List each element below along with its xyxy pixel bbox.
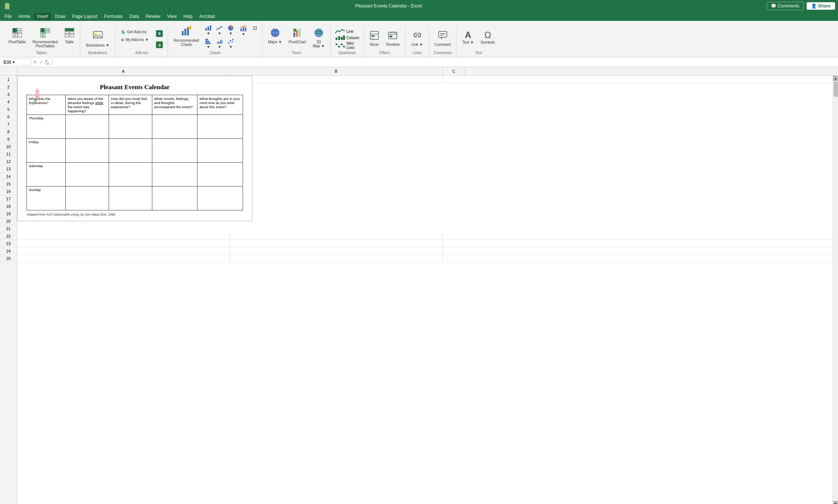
slicer-button[interactable]: ✓ Slicer — [367, 29, 382, 48]
cell-a23[interactable] — [17, 240, 230, 247]
thursday-col4[interactable] — [152, 115, 197, 139]
area-chart-button[interactable]: ▼ — [214, 37, 225, 50]
row-header-11[interactable]: 11 — [0, 150, 17, 158]
timeline-button[interactable]: M T W T F Timeline — [383, 29, 402, 48]
formula-cancel-icon[interactable]: ✕ — [33, 59, 37, 65]
menu-home[interactable]: Home — [15, 13, 33, 20]
menu-insert[interactable]: Insert — [34, 13, 51, 20]
friday-col4[interactable] — [152, 139, 197, 163]
row-header-9[interactable]: 9 — [0, 135, 17, 143]
row-header-25[interactable]: 25 — [0, 255, 17, 262]
row-header-18[interactable]: 18 — [0, 203, 17, 210]
thursday-col5[interactable] — [197, 115, 243, 139]
row-header-7[interactable]: 7 — [0, 120, 17, 128]
sunday-col2[interactable] — [66, 187, 109, 210]
menu-draw[interactable]: Draw — [52, 13, 68, 20]
saturday-col5[interactable] — [197, 163, 243, 187]
combo-chart-button[interactable]: ▼ — [238, 24, 249, 37]
cell-c23[interactable] — [443, 240, 465, 247]
row-header-24[interactable]: 24 — [0, 247, 17, 255]
row-header-19[interactable]: 19 — [0, 210, 17, 217]
formula-input[interactable] — [55, 59, 837, 66]
row-header-5[interactable]: 5 — [0, 106, 17, 113]
main-grid[interactable]: R1 Pleasant Events Calendar What was the… — [17, 76, 833, 504]
row-header-21[interactable]: 21 — [0, 225, 17, 232]
cell-b1[interactable] — [230, 76, 443, 83]
illustrations-button[interactable]: Illustrations ▼ — [83, 29, 112, 49]
line-chart-button[interactable]: ▼ — [214, 24, 225, 37]
menu-data[interactable]: Data — [127, 13, 142, 20]
row-header-4[interactable]: 4 — [0, 98, 17, 106]
recommended-pivottables-button[interactable]: RecommendedPivotTables — [30, 26, 60, 50]
my-addins-button[interactable]: ⊕ My Add-ins ▼ — [118, 36, 151, 43]
winloss-sparkline-button[interactable]: Win/Loss — [334, 41, 360, 50]
column-chart-button[interactable]: ▼ — [203, 24, 214, 37]
cell-a24[interactable] — [17, 247, 230, 254]
col-header-c[interactable]: C — [443, 67, 465, 75]
friday-col5[interactable] — [197, 139, 243, 163]
cell-a22[interactable] — [17, 232, 230, 240]
comment-button[interactable]: Comment — [432, 29, 453, 48]
link-button[interactable]: Link ▼ — [409, 29, 426, 48]
row-header-2[interactable]: 2 — [0, 83, 17, 91]
menu-file[interactable]: File — [1, 13, 15, 20]
sunday-col3[interactable] — [109, 187, 152, 210]
excel-addins-icon2-button[interactable]: 📗 — [154, 40, 165, 50]
cell-ref-dropdown-icon[interactable]: ▼ — [12, 60, 15, 64]
row-header-1[interactable]: 1 — [0, 76, 17, 83]
cell-c1[interactable] — [443, 76, 465, 83]
formula-fx-icon[interactable]: fx — [46, 59, 49, 66]
scatter-chart-button[interactable]: ▼ — [225, 37, 236, 50]
cell-b24[interactable] — [230, 247, 443, 254]
menu-view[interactable]: View — [164, 13, 180, 20]
symbols-button[interactable]: Ω Symbols — [478, 29, 497, 46]
row-header-22[interactable]: 22 — [0, 232, 17, 240]
comments-button[interactable]: 💬 Comments — [767, 2, 804, 10]
col-header-b[interactable]: B — [230, 67, 443, 75]
row-header-8[interactable]: 8 — [0, 128, 17, 135]
bar-chart-button[interactable]: ▼ — [203, 37, 214, 50]
scroll-track[interactable] — [833, 81, 838, 501]
row-header-13[interactable]: 13 — [0, 165, 17, 173]
scroll-thumb[interactable] — [834, 82, 838, 97]
line-sparkline-button[interactable]: Line — [334, 28, 360, 34]
maps-button[interactable]: Maps ▼ — [265, 26, 284, 46]
formula-confirm-icon[interactable]: ✓ — [39, 59, 43, 65]
menu-review[interactable]: Review — [143, 13, 163, 20]
row-header-17[interactable]: 17 — [0, 195, 17, 203]
3d-map-button[interactable]: 3DMap ▼ — [310, 26, 327, 50]
saturday-col3[interactable] — [109, 163, 152, 187]
row-24[interactable] — [17, 247, 833, 255]
saturday-col2[interactable] — [66, 163, 109, 187]
menu-page-layout[interactable]: Page Layout — [69, 13, 100, 20]
sunday-col4[interactable] — [152, 187, 197, 210]
row-header-23[interactable]: 23 — [0, 240, 17, 247]
pivot-chart-button[interactable]: PivotChart — [286, 26, 309, 46]
get-addins-button[interactable]: 🏪 Get Add-ins — [118, 28, 151, 35]
pivot-table-button[interactable]: PivotTable — [6, 26, 28, 46]
friday-col3[interactable] — [109, 139, 152, 163]
cell-c24[interactable] — [443, 247, 465, 254]
cell-c22[interactable] — [443, 232, 465, 240]
row-header-20[interactable]: 20 — [0, 217, 17, 225]
scroll-up-btn[interactable]: ▲ — [833, 76, 838, 81]
vertical-scrollbar[interactable]: ▲ ▼ — [833, 76, 838, 504]
charts-expand-button[interactable]: ⊡ — [251, 24, 259, 32]
col-header-a[interactable]: A — [17, 67, 230, 75]
row-header-3[interactable]: 3 — [0, 91, 17, 98]
cell-b23[interactable] — [230, 240, 443, 247]
menu-help[interactable]: Help — [180, 13, 196, 20]
cell-reference-box[interactable]: B36 ▼ — [1, 59, 31, 66]
row-header-10[interactable]: 10 — [0, 143, 17, 150]
table-button[interactable]: Table — [62, 26, 77, 46]
text-button[interactable]: A Text ▼ — [460, 29, 476, 46]
menu-acrobat[interactable]: Acrobat — [196, 13, 218, 20]
share-button[interactable]: 👤 Share — [807, 2, 835, 10]
row-header-14[interactable]: 14 — [0, 173, 17, 180]
cell-c25[interactable] — [443, 255, 465, 262]
row-25[interactable] — [17, 255, 833, 262]
cell-b25[interactable] — [230, 255, 443, 262]
scroll-down-btn[interactable]: ▼ — [833, 501, 838, 504]
sunday-col5[interactable] — [197, 187, 243, 210]
row-header-15[interactable]: 15 — [0, 180, 17, 188]
